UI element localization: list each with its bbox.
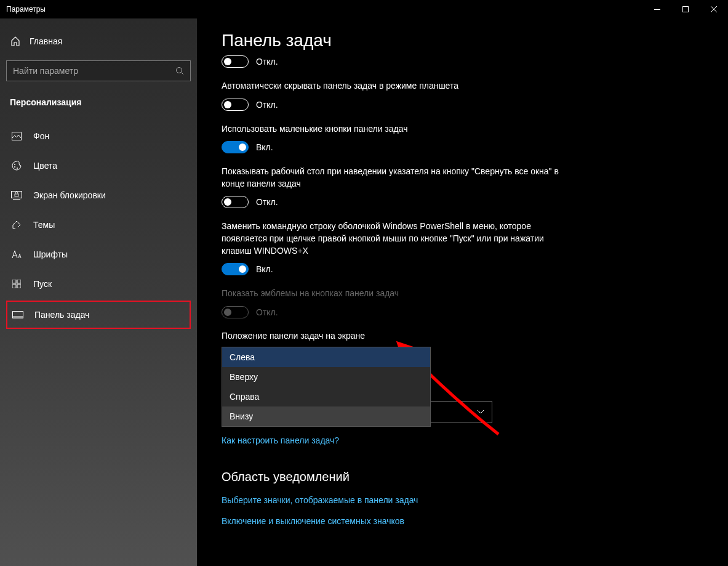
close-button[interactable] (700, 0, 728, 18)
setting-4: Заменить командную строку оболочкой Wind… (222, 220, 566, 275)
page-title: Панель задач (222, 31, 703, 51)
dropdown-option-3[interactable]: Внизу (222, 406, 430, 426)
setting-3: Показывать рабочий стол при наведении ук… (222, 166, 566, 208)
window-title: Параметры (6, 5, 46, 14)
home-icon (10, 36, 21, 47)
dropdown-block: Положение панели задач на экране Слева В… (222, 331, 566, 423)
sidebar-item-label: Пуск (33, 279, 52, 289)
sidebar-item-background[interactable]: Фон (6, 123, 191, 149)
home-button[interactable]: Главная (6, 31, 191, 52)
link-system-icons[interactable]: Включение и выключение системных значков (222, 516, 703, 526)
svg-point-6 (17, 168, 18, 169)
toggle-5 (222, 306, 249, 318)
sidebar-item-label: Панель задач (34, 310, 89, 320)
taskbar-icon (12, 309, 23, 320)
toggle-state: Откл. (256, 197, 278, 207)
setting-0: Откл. (222, 55, 566, 68)
setting-label: Показать эмблемы на кнопках панели задач (222, 288, 566, 300)
sidebar-item-lockscreen[interactable]: Экран блокировки (6, 182, 191, 208)
toggle-state: Откл. (256, 307, 278, 317)
dropdown-option-1[interactable]: Вверху (222, 367, 430, 387)
lockscreen-icon (11, 190, 22, 201)
svg-rect-1 (683, 7, 689, 12)
sidebar-item-label: Фон (33, 131, 49, 141)
setting-2: Использовать маленькие кнопки панели зад… (222, 123, 566, 154)
svg-rect-3 (12, 132, 22, 140)
sidebar-item-label: Экран блокировки (33, 190, 106, 200)
svg-point-2 (177, 68, 182, 73)
fonts-icon (11, 249, 22, 260)
toggle-state: Вкл. (256, 142, 273, 152)
sidebar: Главная Персонализация Фон Цвета Экран б… (0, 18, 197, 566)
toggle-4[interactable] (222, 263, 249, 275)
sidebar-item-themes[interactable]: Темы (6, 212, 191, 238)
sidebar-item-label: Цвета (33, 161, 57, 171)
setting-label: Заменить командную строку оболочкой Wind… (222, 220, 566, 257)
sidebar-item-label: Шрифты (33, 249, 68, 259)
content-area: Панель задач Откл. Автоматически скрыват… (197, 18, 728, 566)
svg-rect-0 (654, 9, 660, 10)
titlebar: Параметры (0, 0, 728, 18)
section-heading: Область уведомлений (222, 470, 703, 484)
sidebar-item-colors[interactable]: Цвета (6, 153, 191, 179)
setting-label: Автоматически скрывать панель задач в ре… (222, 80, 566, 92)
maximize-button[interactable] (671, 0, 700, 18)
toggle-1[interactable] (222, 99, 249, 111)
toggle-0[interactable] (222, 55, 249, 68)
home-label: Главная (30, 36, 62, 46)
toggle-2[interactable] (222, 141, 249, 153)
svg-point-5 (14, 166, 15, 168)
chevron-down-icon (477, 410, 484, 414)
svg-point-4 (14, 164, 15, 165)
toggle-3[interactable] (222, 196, 249, 208)
start-icon (11, 278, 22, 289)
svg-rect-10 (12, 280, 16, 283)
svg-rect-12 (12, 285, 16, 288)
link-select-icons[interactable]: Выберите значки, отображаемые в панели з… (222, 495, 703, 505)
setting-label: Использовать маленькие кнопки панели зад… (222, 123, 566, 135)
sidebar-item-start[interactable]: Пуск (6, 271, 191, 297)
help-link[interactable]: Как настроить панели задач? (222, 435, 703, 445)
setting-label: Показывать рабочий стол при наведении ук… (222, 166, 566, 190)
colors-icon (11, 160, 22, 171)
window-controls (643, 0, 728, 18)
search-icon (175, 67, 184, 75)
setting-5: Показать эмблемы на кнопках панели задач… (222, 288, 566, 318)
dropdown-label: Положение панели задач на экране (222, 331, 566, 341)
section-label: Персонализация (6, 94, 191, 119)
svg-rect-13 (17, 285, 21, 288)
sidebar-item-fonts[interactable]: Шрифты (6, 241, 191, 267)
toggle-state: Вкл. (256, 264, 273, 274)
sidebar-item-taskbar[interactable]: Панель задач (6, 301, 191, 329)
search-box[interactable] (6, 60, 191, 81)
svg-rect-7 (12, 192, 22, 198)
toggle-state: Откл. (256, 57, 278, 67)
background-icon (11, 131, 22, 142)
search-input[interactable] (13, 66, 175, 76)
dropdown-option-0[interactable]: Слева (222, 347, 430, 367)
dropdown-option-2[interactable]: Справа (222, 387, 430, 406)
svg-rect-11 (17, 280, 21, 283)
setting-1: Автоматически скрывать панель задач в ре… (222, 80, 566, 111)
svg-rect-9 (15, 194, 18, 196)
toggle-state: Откл. (256, 100, 278, 110)
sidebar-item-label: Темы (33, 220, 55, 230)
svg-rect-15 (13, 316, 23, 318)
svg-rect-8 (13, 199, 20, 200)
minimize-button[interactable] (643, 0, 671, 18)
themes-icon (11, 219, 22, 230)
